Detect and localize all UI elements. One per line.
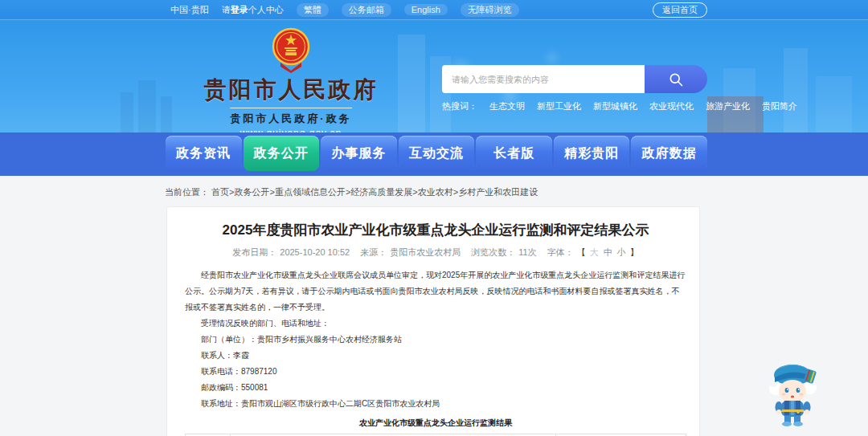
skyline-decoration [121, 92, 133, 132]
hot-word-4[interactable]: 旅游产业化 [706, 100, 750, 112]
bokeh-decoration [547, 52, 558, 63]
topbar-login-link[interactable]: 请登录个人中心 [222, 4, 284, 16]
nav-tab-banshi-fuwu[interactable]: 办事服务 [321, 136, 397, 171]
breadcrumb-label: 当前位置： [165, 187, 209, 197]
article-body: 经贵阳市农业产业化市级重点龙头企业联席会议成员单位审定，现对2025年开展的农业… [185, 267, 686, 412]
site-subtitle: 贵阳市人民政府·政务 [230, 112, 351, 126]
paragraph: 部门（单位）：贵阳市乡村振兴服务中心农村经济服务站 [185, 332, 686, 348]
login-suffix: 个人中心 [248, 5, 284, 14]
paragraph: 联系人：李霞 [185, 348, 686, 364]
breadcrumb: 当前位置： 首页>政务公开>重点领域信息公开>经济高质量发展>农业农村>乡村产业… [165, 176, 868, 206]
skyline-decoration [138, 80, 156, 132]
search-area: 热搜词： 生态文明 新型工业化 新型城镇化 农业现代化 旅游产业化 贵阳简介 [442, 65, 707, 112]
views: 11次 [518, 247, 536, 257]
paragraph: 联系电话：87987120 [185, 364, 686, 380]
hot-word-2[interactable]: 新型城镇化 [593, 100, 637, 112]
article-title: 2025年度贵阳市农业产业化市级重点龙头企业运行监测和评定结果公示 [185, 222, 686, 239]
site-logo[interactable]: 贵阳市人民政府 贵阳市人民政府·政务 www.guiyang.gov.cn [170, 26, 411, 132]
page: 中国·贵阳 请登录个人中心 繁體 公务邮箱 English 无障碍浏览 返回首页 [0, 0, 868, 436]
topbar-link-china-guiyang[interactable]: 中国·贵阳 [170, 4, 209, 16]
paragraph: 经贵阳市农业产业化市级重点龙头企业联席会议成员单位审定，现对2025年开展的农业… [185, 267, 686, 316]
article-card: 2025年度贵阳市农业产业化市级重点龙头企业运行监测和评定结果公示 发布日期：2… [166, 206, 700, 436]
font-size-label: 字体： [547, 247, 574, 257]
font-size-medium-button[interactable]: 中 [604, 247, 612, 257]
site-url: www.guiyang.gov.cn [230, 128, 351, 132]
nav-tab-hudong-jiaoliu[interactable]: 互动交流 [399, 136, 475, 171]
publish-date-label: 发布日期： [232, 247, 276, 257]
nav-tab-zhengwu-zixun[interactable]: 政务资讯 [166, 136, 242, 171]
topbar-link-english[interactable]: English [404, 4, 448, 15]
nav-tab-zhangzheban[interactable]: 长者版 [476, 136, 552, 171]
topbar-link-traditional[interactable]: 繁體 [297, 3, 329, 17]
main-nav: 政务资讯 政务公开 办事服务 互动交流 长者版 精彩贵阳 政府数据 [0, 132, 868, 176]
mascot-icon [762, 358, 825, 429]
topbar-link-accessibility[interactable]: 无障碍浏览 [461, 3, 519, 17]
publish-date: 2025-10-20 10:52 [280, 247, 350, 257]
search-input[interactable] [442, 65, 645, 93]
top-utility-bar: 中国·贵阳 请登录个人中心 繁體 公务邮箱 English 无障碍浏览 返回首页 [0, 0, 868, 20]
paragraph: 受理情况反映的部门、电话和地址： [185, 316, 686, 332]
hot-search-label: 热搜词： [442, 100, 477, 112]
nav-tab-zhengwu-gongkai[interactable]: 政务公开 [244, 136, 320, 171]
login-prefix: 请 [222, 5, 231, 14]
search-icon [668, 71, 684, 88]
national-emblem-icon [269, 26, 313, 73]
table-caption: 农业产业化市级重点龙头企业运行监测结果 [185, 418, 686, 429]
header-banner: 贵阳市人民政府 贵阳市人民政府·政务 www.guiyang.gov.cn 热搜… [0, 20, 868, 132]
breadcrumb-path[interactable]: 首页>政务公开>重点领域信息公开>经济高质量发展>农业农村>乡村产业和农田建设 [211, 187, 538, 197]
nav-tab-zhengfu-shuju[interactable]: 政府数据 [631, 136, 707, 171]
site-name: 贵阳市人民政府 [170, 75, 411, 105]
source-label: 来源： [360, 247, 387, 257]
back-home-button[interactable]: 返回首页 [653, 2, 707, 18]
font-size-large-button[interactable]: 大 [590, 247, 599, 257]
search-button[interactable] [645, 65, 707, 93]
hot-word-0[interactable]: 生态文明 [489, 100, 525, 112]
font-size-small-button[interactable]: 小 [617, 247, 626, 257]
mascot-assistant[interactable] [762, 358, 825, 429]
font-bracket-open: 【 [577, 247, 586, 257]
paragraph: 邮政编码：550081 [185, 380, 686, 396]
topbar-link-mailbox[interactable]: 公务邮箱 [342, 3, 391, 17]
views-label: 浏览次数： [471, 247, 515, 257]
paragraph: 联系地址：贵阳市观山湖区市级行政中心二期C区贵阳市农业农村局 [185, 396, 686, 412]
font-bracket-close: 】 [630, 247, 639, 257]
skyline-decoration [784, 48, 808, 132]
skyline-decoration [816, 76, 852, 132]
hot-word-1[interactable]: 新型工业化 [537, 100, 581, 112]
login-bold: 登录 [231, 5, 248, 14]
source: 贵阳市农业农村局 [390, 247, 461, 257]
nav-tab-jingcai-guiyang[interactable]: 精彩贵阳 [554, 136, 630, 171]
hot-word-3[interactable]: 农业现代化 [649, 100, 694, 112]
article-meta: 发布日期：2025-10-20 10:52 来源：贵阳市农业农村局 浏览次数：1… [185, 247, 686, 259]
hot-word-5[interactable]: 贵阳简介 [762, 100, 797, 112]
